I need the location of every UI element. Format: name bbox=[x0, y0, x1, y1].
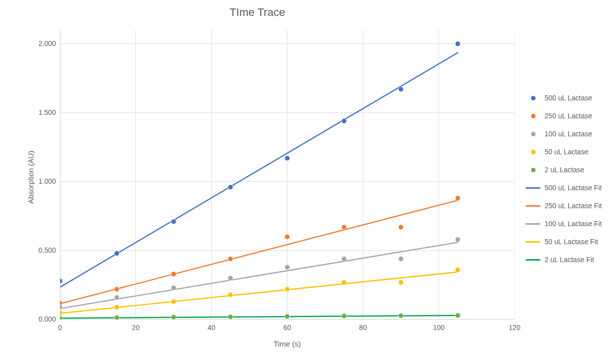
data-point bbox=[60, 305, 62, 310]
data-point bbox=[228, 256, 233, 261]
legend-item[interactable]: 250 uL Lactase bbox=[525, 107, 610, 125]
legend-dot-icon bbox=[525, 166, 542, 174]
data-point bbox=[455, 196, 460, 201]
y-tick-label: 0.000 bbox=[26, 315, 56, 323]
data-point bbox=[399, 280, 404, 285]
legend-label: 2 uL Lactase bbox=[545, 166, 585, 174]
data-point bbox=[60, 316, 62, 320]
x-tick-label: 0 bbox=[50, 324, 70, 332]
legend-item[interactable]: 50 uL Lactase bbox=[525, 143, 610, 161]
y-tick-label: 0.500 bbox=[26, 246, 56, 254]
legend-line-icon bbox=[525, 238, 542, 246]
legend-dot-icon bbox=[525, 94, 542, 102]
data-point bbox=[285, 287, 290, 292]
data-point bbox=[171, 315, 176, 320]
data-point bbox=[171, 299, 176, 304]
series-fit-8 bbox=[60, 272, 458, 314]
data-point bbox=[399, 313, 404, 318]
data-point bbox=[342, 256, 347, 261]
data-point bbox=[228, 314, 233, 319]
data-point bbox=[114, 251, 119, 256]
x-tick-label: 100 bbox=[429, 324, 449, 332]
legend-item[interactable]: 50 uL Lactase Fit bbox=[525, 233, 610, 251]
data-point bbox=[342, 314, 347, 319]
data-point bbox=[342, 118, 347, 123]
data-point bbox=[285, 265, 290, 270]
data-point bbox=[228, 292, 233, 297]
legend-line-icon bbox=[525, 256, 542, 264]
data-point bbox=[342, 280, 347, 285]
data-point bbox=[285, 314, 290, 319]
data-point bbox=[285, 156, 290, 161]
legend-label: 250 uL Lactase Fit bbox=[545, 202, 602, 210]
legend-label: 250 uL Lactase bbox=[545, 112, 592, 120]
y-tick-label: 1.500 bbox=[26, 108, 56, 116]
legend-label: 50 uL Lactase Fit bbox=[545, 238, 598, 246]
x-tick-label: 60 bbox=[277, 324, 297, 332]
x-axis-label: Time (s) bbox=[60, 340, 515, 348]
data-point bbox=[114, 295, 119, 300]
y-tick-label: 2.000 bbox=[26, 39, 56, 47]
chart-title: TIme Trace bbox=[0, 6, 515, 19]
legend-item[interactable]: 2 uL Lactase bbox=[525, 161, 610, 179]
legend-line-icon bbox=[525, 220, 542, 228]
data-point bbox=[342, 225, 347, 230]
data-point bbox=[455, 268, 460, 273]
data-point bbox=[60, 279, 62, 284]
legend-dot-icon bbox=[525, 112, 542, 120]
x-tick-label: 20 bbox=[126, 324, 146, 332]
legend-item[interactable]: 100 uL Lactase Fit bbox=[525, 215, 610, 233]
legend-label: 50 uL Lactase bbox=[545, 148, 588, 156]
data-point bbox=[171, 219, 176, 224]
data-point bbox=[171, 285, 176, 290]
x-tick-label: 80 bbox=[353, 324, 373, 332]
legend-dot-icon bbox=[525, 148, 542, 156]
data-point bbox=[455, 313, 460, 318]
legend-item[interactable]: 2 uL Lactase Fit bbox=[525, 251, 610, 269]
legend-label: 2 uL Lactase Fit bbox=[545, 256, 594, 264]
legend-item[interactable]: 500 uL Lactase bbox=[525, 89, 610, 107]
legend-dot-icon bbox=[525, 130, 542, 138]
legend-item[interactable]: 100 uL Lactase bbox=[525, 125, 610, 143]
plot-area bbox=[60, 30, 515, 320]
data-point bbox=[285, 234, 290, 239]
data-point bbox=[228, 276, 233, 281]
legend-label: 500 uL Lactase bbox=[545, 94, 592, 102]
legend-item[interactable]: 500 uL Lactase Fit bbox=[525, 179, 610, 197]
data-point bbox=[399, 256, 404, 261]
legend-label: 500 uL Lactase Fit bbox=[545, 184, 602, 192]
legend-line-icon bbox=[525, 184, 542, 192]
data-point bbox=[171, 272, 176, 277]
data-point bbox=[60, 310, 62, 315]
legend: 500 uL Lactase250 uL Lactase100 uL Lacta… bbox=[525, 89, 610, 269]
data-point bbox=[114, 305, 119, 310]
x-tick-label: 40 bbox=[201, 324, 221, 332]
data-point bbox=[455, 237, 460, 242]
data-point bbox=[114, 315, 119, 320]
data-point bbox=[399, 225, 404, 230]
data-point bbox=[455, 41, 460, 46]
y-tick-label: 1.000 bbox=[26, 177, 56, 185]
chart-canvas: TIme Trace Absorption (AU) Time (s) 0204… bbox=[0, 0, 614, 364]
legend-label: 100 uL Lactase bbox=[545, 130, 592, 138]
legend-item[interactable]: 250 uL Lactase Fit bbox=[525, 197, 610, 215]
legend-line-icon bbox=[525, 202, 542, 210]
series-fit-9 bbox=[60, 316, 458, 319]
legend-label: 100 uL Lactase Fit bbox=[545, 220, 602, 228]
x-tick-label: 120 bbox=[505, 324, 525, 332]
data-point bbox=[399, 87, 404, 92]
data-point bbox=[114, 287, 119, 292]
data-point bbox=[228, 185, 233, 190]
